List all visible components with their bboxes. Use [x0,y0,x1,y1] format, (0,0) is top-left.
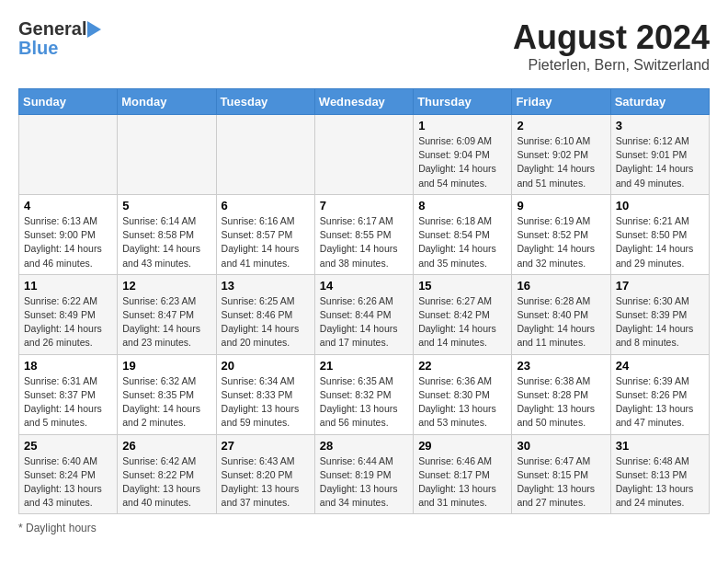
day-number: 4 [24,199,112,213]
day-info: Sunrise: 6:34 AM Sunset: 8:33 PM Dayligh… [222,374,310,431]
calendar-cell [118,115,216,195]
day-number: 27 [222,439,310,453]
month-year: August 2024 [513,18,710,57]
calendar-cell: 15Sunrise: 6:27 AM Sunset: 8:42 PM Dayli… [414,274,512,354]
day-info: Sunrise: 6:35 AM Sunset: 8:32 PM Dayligh… [320,374,408,431]
calendar-week-2: 4Sunrise: 6:13 AM Sunset: 9:00 PM Daylig… [19,194,710,274]
day-number: 29 [418,439,506,453]
logo-line1: General [18,18,102,40]
day-info: Sunrise: 6:12 AM Sunset: 9:01 PM Dayligh… [616,134,704,190]
day-info: Sunrise: 6:18 AM Sunset: 8:54 PM Dayligh… [418,214,506,270]
day-number: 18 [24,359,112,373]
day-info: Sunrise: 6:14 AM Sunset: 8:58 PM Dayligh… [122,214,210,270]
day-info: Sunrise: 6:17 AM Sunset: 8:55 PM Dayligh… [320,214,408,270]
day-number: 9 [517,199,605,213]
day-number: 1 [418,119,506,132]
day-header-thursday: Thursday [414,89,512,115]
day-info: Sunrise: 6:32 AM Sunset: 8:35 PM Dayligh… [122,374,210,431]
day-number: 6 [222,199,310,213]
day-number: 5 [122,199,210,213]
calendar-cell: 31Sunrise: 6:48 AM Sunset: 8:13 PM Dayli… [610,434,709,514]
calendar-week-3: 11Sunrise: 6:22 AM Sunset: 8:49 PM Dayli… [19,274,710,354]
day-info: Sunrise: 6:47 AM Sunset: 8:15 PM Dayligh… [517,454,605,511]
day-number: 25 [24,439,112,453]
day-info: Sunrise: 6:44 AM Sunset: 8:19 PM Dayligh… [320,454,408,511]
calendar-cell [314,115,413,195]
day-info: Sunrise: 6:39 AM Sunset: 8:26 PM Dayligh… [616,374,704,431]
calendar-cell: 26Sunrise: 6:42 AM Sunset: 8:22 PM Dayli… [118,434,216,514]
day-header-saturday: Saturday [610,89,709,115]
calendar-week-4: 18Sunrise: 6:31 AM Sunset: 8:37 PM Dayli… [19,354,710,434]
calendar-body: 1Sunrise: 6:09 AM Sunset: 9:04 PM Daylig… [19,115,710,514]
calendar-cell: 19Sunrise: 6:32 AM Sunset: 8:35 PM Dayli… [118,354,216,434]
day-number: 21 [320,359,408,373]
calendar-cell: 22Sunrise: 6:36 AM Sunset: 8:30 PM Dayli… [414,354,512,434]
day-info: Sunrise: 6:42 AM Sunset: 8:22 PM Dayligh… [122,454,210,511]
day-info: Sunrise: 6:38 AM Sunset: 8:28 PM Dayligh… [517,374,605,431]
title-section: August 2024 Pieterlen, Bern, Switzerland [513,18,710,74]
day-header-sunday: Sunday [19,89,118,115]
calendar-cell: 13Sunrise: 6:25 AM Sunset: 8:46 PM Dayli… [216,274,314,354]
calendar-cell: 4Sunrise: 6:13 AM Sunset: 9:00 PM Daylig… [19,194,118,274]
calendar-cell: 5Sunrise: 6:14 AM Sunset: 8:58 PM Daylig… [118,194,216,274]
calendar-week-5: 25Sunrise: 6:40 AM Sunset: 8:24 PM Dayli… [19,434,710,514]
day-number: 31 [616,439,704,453]
location: Pieterlen, Bern, Switzerland [513,57,710,74]
logo: General Blue [18,18,102,59]
calendar-cell: 8Sunrise: 6:18 AM Sunset: 8:54 PM Daylig… [414,194,512,274]
day-number: 22 [418,359,506,373]
day-info: Sunrise: 6:25 AM Sunset: 8:46 PM Dayligh… [222,294,310,350]
day-info: Sunrise: 6:16 AM Sunset: 8:57 PM Dayligh… [222,214,310,270]
day-number: 20 [222,359,310,373]
calendar-cell: 23Sunrise: 6:38 AM Sunset: 8:28 PM Dayli… [512,354,610,434]
calendar-cell [216,115,314,195]
day-info: Sunrise: 6:22 AM Sunset: 8:49 PM Dayligh… [24,294,112,350]
day-number: 13 [222,279,310,293]
calendar-cell [19,115,118,195]
day-info: Sunrise: 6:09 AM Sunset: 9:04 PM Dayligh… [418,134,506,190]
day-info: Sunrise: 6:10 AM Sunset: 9:02 PM Dayligh… [517,134,605,190]
calendar-cell: 7Sunrise: 6:17 AM Sunset: 8:55 PM Daylig… [314,194,413,274]
day-info: Sunrise: 6:48 AM Sunset: 8:13 PM Dayligh… [616,454,704,511]
day-info: Sunrise: 6:27 AM Sunset: 8:42 PM Dayligh… [418,294,506,350]
calendar-cell: 21Sunrise: 6:35 AM Sunset: 8:32 PM Dayli… [314,354,413,434]
calendar-cell: 29Sunrise: 6:46 AM Sunset: 8:17 PM Dayli… [414,434,512,514]
day-info: Sunrise: 6:40 AM Sunset: 8:24 PM Dayligh… [24,454,112,511]
day-info: Sunrise: 6:36 AM Sunset: 8:30 PM Dayligh… [418,374,506,431]
calendar-header: SundayMondayTuesdayWednesdayThursdayFrid… [19,89,710,115]
day-info: Sunrise: 6:30 AM Sunset: 8:39 PM Dayligh… [616,294,704,350]
day-header-friday: Friday [512,89,610,115]
calendar-cell: 30Sunrise: 6:47 AM Sunset: 8:15 PM Dayli… [512,434,610,514]
day-number: 14 [320,279,408,293]
calendar-cell: 2Sunrise: 6:10 AM Sunset: 9:02 PM Daylig… [512,115,610,195]
day-number: 3 [616,119,704,132]
footer-note: * Daylight hours [18,522,710,534]
day-info: Sunrise: 6:43 AM Sunset: 8:20 PM Dayligh… [222,454,310,511]
calendar-cell: 12Sunrise: 6:23 AM Sunset: 8:47 PM Dayli… [118,274,216,354]
days-of-week-row: SundayMondayTuesdayWednesdayThursdayFrid… [19,89,710,115]
calendar-cell: 16Sunrise: 6:28 AM Sunset: 8:40 PM Dayli… [512,274,610,354]
day-info: Sunrise: 6:46 AM Sunset: 8:17 PM Dayligh… [418,454,506,511]
day-number: 7 [320,199,408,213]
day-number: 16 [517,279,605,293]
day-number: 12 [122,279,210,293]
calendar-cell: 10Sunrise: 6:21 AM Sunset: 8:50 PM Dayli… [610,194,709,274]
day-number: 23 [517,359,605,373]
day-info: Sunrise: 6:23 AM Sunset: 8:47 PM Dayligh… [122,294,210,350]
calendar-table: SundayMondayTuesdayWednesdayThursdayFrid… [18,88,710,514]
day-number: 11 [24,279,112,293]
logo-arrow-icon [87,21,101,38]
day-info: Sunrise: 6:19 AM Sunset: 8:52 PM Dayligh… [517,214,605,270]
calendar-cell: 6Sunrise: 6:16 AM Sunset: 8:57 PM Daylig… [216,194,314,274]
day-number: 30 [517,439,605,453]
day-info: Sunrise: 6:26 AM Sunset: 8:44 PM Dayligh… [320,294,408,350]
day-number: 28 [320,439,408,453]
day-info: Sunrise: 6:13 AM Sunset: 9:00 PM Dayligh… [24,214,112,270]
day-number: 24 [616,359,704,373]
day-number: 19 [122,359,210,373]
calendar-cell: 27Sunrise: 6:43 AM Sunset: 8:20 PM Dayli… [216,434,314,514]
day-header-tuesday: Tuesday [216,89,314,115]
calendar-week-1: 1Sunrise: 6:09 AM Sunset: 9:04 PM Daylig… [19,115,710,195]
day-number: 2 [517,119,605,132]
calendar-cell: 17Sunrise: 6:30 AM Sunset: 8:39 PM Dayli… [610,274,709,354]
